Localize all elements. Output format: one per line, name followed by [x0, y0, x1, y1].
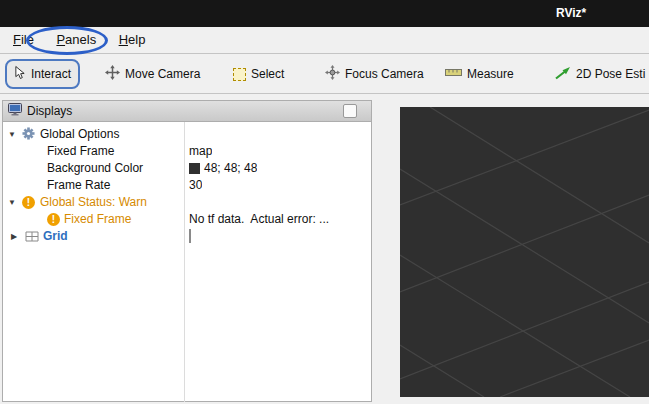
tool-label: Measure: [467, 67, 514, 81]
monitor-icon: [8, 103, 22, 119]
expander-open-icon[interactable]: ▼: [8, 198, 16, 207]
property-name: Global Status: Warn: [40, 195, 147, 209]
gear-icon: [22, 127, 35, 143]
viewport-grid: [400, 107, 649, 397]
expander-closed-icon[interactable]: ▶: [11, 232, 17, 241]
color-value-text: 48; 48; 48: [204, 161, 257, 175]
interact-cursor-icon: [14, 65, 26, 83]
tool-label: Interact: [31, 67, 71, 81]
tool-button-focus-camera[interactable]: Focus Camera: [318, 59, 431, 89]
tree-row-global-options[interactable]: ▼ Global Options: [3, 126, 371, 143]
tree-row-global-status[interactable]: ▼ ! Global Status: Warn: [3, 194, 371, 211]
enabled-checkbox[interactable]: [189, 229, 191, 243]
property-name: Frame Rate: [47, 178, 110, 192]
menu-bar: File Panels Help: [0, 27, 649, 54]
window-title: RViz*: [556, 6, 586, 20]
displays-panel-collapse-button[interactable]: [343, 104, 357, 118]
property-value[interactable]: 48; 48; 48: [189, 161, 257, 175]
tool-button-2d-pose-estimate[interactable]: 2D Pose Esti: [548, 59, 649, 89]
displays-panel: Displays ▼ Global Options Fixed Frame ma…: [2, 100, 372, 402]
render-viewport[interactable]: [400, 107, 649, 397]
warning-icon: !: [22, 195, 35, 209]
tool-button-interact[interactable]: Interact: [5, 59, 80, 89]
warning-icon: !: [47, 212, 60, 226]
tool-button-move-camera[interactable]: Move Camera: [98, 59, 207, 89]
tool-label: Move Camera: [125, 67, 200, 81]
tool-bar: Interact Move Camera Select Focus Camera…: [0, 55, 649, 94]
menu-item-help[interactable]: Help: [110, 27, 155, 53]
move-arrows-icon: [105, 65, 120, 83]
property-name: Global Options: [40, 127, 119, 141]
tool-button-measure[interactable]: Measure: [438, 59, 521, 89]
tool-label: 2D Pose Esti: [576, 67, 645, 81]
selection-box-icon: [233, 68, 246, 81]
property-value[interactable]: map: [189, 144, 212, 158]
rviz-window: RViz* File Panels Help Interact Move Cam…: [0, 0, 649, 404]
tool-label: Focus Camera: [345, 67, 424, 81]
enabled-checkbox-cell: [189, 229, 191, 243]
title-bar: RViz*: [0, 0, 649, 27]
focus-crosshair-icon: [325, 65, 340, 83]
property-name: Fixed Frame: [47, 144, 114, 158]
displays-tree: ▼ Global Options Fixed Frame map Backgro…: [3, 122, 371, 402]
displays-panel-header: Displays: [3, 101, 371, 122]
tool-label: Select: [251, 67, 284, 81]
menu-item-file[interactable]: File: [4, 27, 43, 53]
property-value[interactable]: 30: [189, 178, 202, 192]
grid-icon: [25, 231, 39, 245]
tool-button-select[interactable]: Select: [226, 59, 291, 89]
tree-row-background-color[interactable]: Background Color 48; 48; 48: [3, 160, 371, 177]
property-name: Background Color: [47, 161, 143, 175]
menu-item-panels[interactable]: Panels: [47, 27, 105, 53]
tree-row-fixed-frame-status[interactable]: ! Fixed Frame No tf data. Actual error: …: [3, 211, 371, 228]
ruler-icon: [445, 67, 462, 81]
property-name: Fixed Frame: [64, 212, 131, 226]
tree-row-frame-rate[interactable]: Frame Rate 30: [3, 177, 371, 194]
color-swatch: [189, 163, 200, 174]
green-arrow-icon: [555, 66, 571, 83]
expander-open-icon[interactable]: ▼: [8, 130, 16, 139]
property-value: No tf data. Actual error: ...: [189, 212, 329, 226]
displays-panel-title: Displays: [27, 104, 72, 118]
tree-row-fixed-frame[interactable]: Fixed Frame map: [3, 143, 371, 160]
display-name: Grid: [43, 229, 68, 243]
tree-row-grid[interactable]: ▶ Grid: [3, 228, 371, 245]
